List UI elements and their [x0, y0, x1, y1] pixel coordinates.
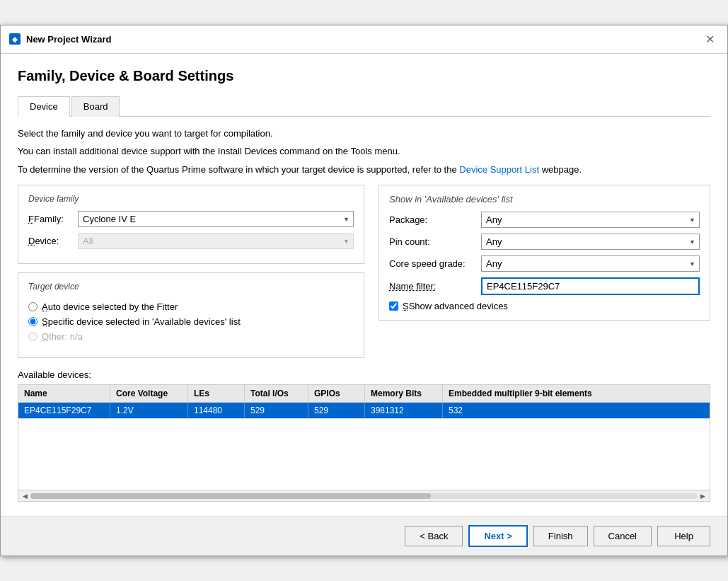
specific-radio[interactable]	[28, 317, 37, 326]
core-speed-row: Core speed grade: Any 6 7 8	[389, 255, 700, 272]
device-support-link[interactable]: Device Support List	[459, 164, 539, 175]
show-in-section: Show in 'Available devices' list Package…	[379, 185, 710, 321]
core-speed-label: Core speed grade:	[389, 258, 481, 269]
other-radio-row: Other: n/a	[28, 331, 354, 342]
family-field-row: FFamily: Cyclone IV E Cyclone V Cyclone …	[28, 211, 354, 227]
col-header-tios: Total I/Os	[245, 385, 308, 402]
cell-tios: 529	[245, 403, 308, 418]
specific-radio-label: Specific device selected in 'Available d…	[42, 316, 241, 327]
cell-emb: 532	[443, 403, 710, 418]
scrollbar-thumb[interactable]	[30, 493, 431, 499]
window-title: New Project Wizard	[26, 34, 112, 45]
available-devices-label: Available devices:	[18, 369, 710, 380]
family-label: FFamily:	[28, 214, 78, 224]
specific-radio-row: Specific device selected in 'Available d…	[28, 316, 354, 327]
pin-count-row: Pin count: Any 256 484 672 780 896	[389, 234, 700, 250]
desc-line2: You can install additional device suppor…	[18, 144, 710, 159]
auto-radio[interactable]	[28, 302, 37, 311]
auto-radio-label: Auto device selected by the Fitter	[42, 301, 178, 312]
scroll-right-arrow[interactable]: ▶	[698, 493, 708, 500]
finish-button[interactable]: Finish	[533, 526, 588, 546]
back-button[interactable]: < Back	[405, 526, 463, 546]
col-header-name: Name	[18, 385, 110, 402]
core-speed-select[interactable]: Any 6 7 8	[481, 255, 700, 272]
title-bar: ◆ New Project Wizard ✕	[1, 25, 727, 54]
name-filter-row: Name filter:	[389, 277, 700, 295]
table-row[interactable]: EP4CE115F29C7 1.2V 114480 529 529 398131…	[18, 403, 710, 419]
table-body: EP4CE115F29C7 1.2V 114480 529 529 398131…	[18, 403, 710, 490]
bottom-bar: < Back Next > Finish Cancel Help	[1, 516, 727, 556]
help-button[interactable]: Help	[657, 526, 710, 546]
other-radio-label: Other: n/a	[42, 331, 83, 342]
auto-radio-row: Auto device selected by the Fitter	[28, 301, 354, 312]
tab-bar: Device Board	[18, 96, 710, 117]
desc-line1: Select the family and device you want to…	[18, 127, 710, 141]
cancel-button[interactable]: Cancel	[594, 526, 652, 546]
cell-mb: 3981312	[365, 403, 443, 418]
scrollbar-track[interactable]	[30, 493, 698, 499]
col-header-mb: Memory Bits	[365, 385, 443, 402]
table-empty-space	[18, 419, 710, 490]
right-column: Show in 'Available devices' list Package…	[379, 185, 710, 367]
show-advanced-row: SShow advanced devices	[389, 301, 700, 311]
horizontal-scrollbar[interactable]: ◀ ▶	[18, 490, 710, 501]
next-button[interactable]: Next >	[468, 525, 527, 547]
target-device-label: Target device	[28, 282, 354, 292]
family-select[interactable]: Cyclone IV E Cyclone V Cyclone 10 LP MAX…	[78, 211, 354, 227]
tab-device[interactable]: Device	[18, 96, 70, 117]
col-header-cv: Core Voltage	[110, 385, 188, 402]
device-field-row: Device: All	[28, 233, 354, 249]
device-select: All	[78, 233, 354, 249]
table-header: Name Core Voltage LEs Total I/Os GPIOs M…	[18, 385, 710, 403]
main-window: ◆ New Project Wizard ✕ Family, Device & …	[0, 25, 728, 557]
device-family-section: Device family FFamily: Cyclone IV E Cycl…	[18, 185, 364, 264]
pin-count-select[interactable]: Any 256 484 672 780 896	[481, 234, 700, 250]
family-combo[interactable]: Cyclone IV E Cyclone V Cyclone 10 LP MAX…	[78, 211, 354, 227]
core-speed-combo[interactable]: Any 6 7 8	[481, 255, 700, 272]
package-combo[interactable]: Any FBGA UFBGA	[481, 212, 700, 228]
col-header-emb: Embedded multiplier 9-bit elements	[443, 385, 710, 402]
package-label: Package:	[389, 214, 481, 225]
device-combo: All	[78, 233, 354, 249]
name-filter-input[interactable]	[481, 277, 700, 295]
page-title: Family, Device & Board Settings	[18, 68, 710, 84]
pin-count-label: Pin count:	[389, 236, 481, 247]
app-icon: ◆	[9, 33, 21, 45]
cell-name: EP4CE115F29C7	[18, 403, 110, 418]
target-device-section: Target device Auto device selected by th…	[18, 272, 364, 358]
title-bar-left: ◆ New Project Wizard	[9, 33, 112, 45]
cell-gpios: 529	[308, 403, 365, 418]
device-family-label: Device family	[28, 194, 354, 204]
cell-cv: 1.2V	[110, 403, 188, 418]
close-button[interactable]: ✕	[701, 31, 719, 47]
left-column: Device family FFamily: Cyclone IV E Cycl…	[18, 185, 364, 367]
tab-board[interactable]: Board	[71, 96, 120, 117]
main-content: Family, Device & Board Settings Device B…	[1, 54, 727, 517]
pin-count-combo[interactable]: Any 256 484 672 780 896	[481, 234, 700, 250]
two-col-layout: Device family FFamily: Cyclone IV E Cycl…	[18, 185, 710, 367]
scroll-left-arrow[interactable]: ◀	[20, 493, 30, 500]
available-devices-section: Available devices: Name Core Voltage LEs…	[18, 369, 710, 502]
desc-line3: To determine the version of the Quartus …	[18, 163, 710, 177]
other-radio	[28, 332, 37, 341]
package-select[interactable]: Any FBGA UFBGA	[481, 212, 700, 228]
col-header-gpios: GPIOs	[308, 385, 365, 402]
cell-les: 114480	[188, 403, 245, 418]
radio-group: Auto device selected by the Fitter Speci…	[28, 299, 354, 349]
device-label: Device:	[28, 236, 78, 246]
show-in-label: Show in 'Available devices' list	[389, 194, 700, 205]
name-filter-label: Name filter:	[389, 281, 481, 292]
col-header-les: LEs	[188, 385, 245, 402]
show-advanced-label: SShow advanced devices	[403, 301, 508, 311]
show-advanced-checkbox[interactable]	[389, 301, 398, 311]
package-row: Package: Any FBGA UFBGA	[389, 212, 700, 228]
devices-table: Name Core Voltage LEs Total I/Os GPIOs M…	[18, 384, 710, 502]
